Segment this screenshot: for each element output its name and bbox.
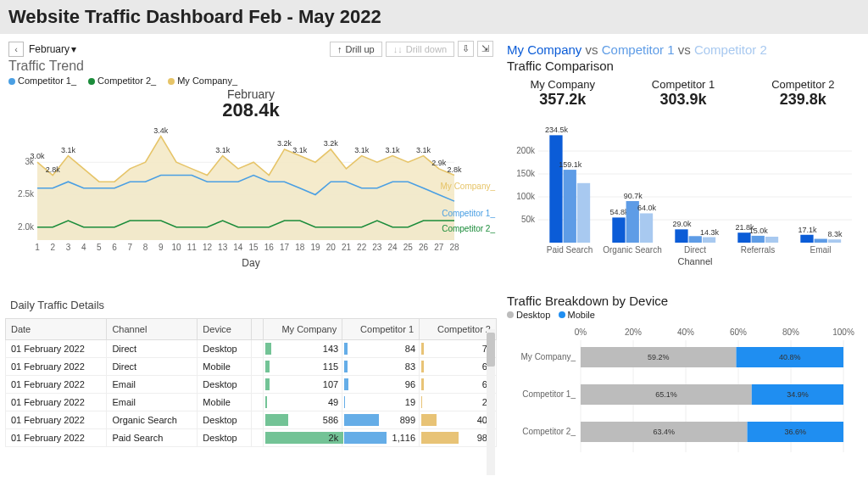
chevron-down-icon: ▾ [71,43,76,55]
trend-legend: Competitor 1_ Competitor 2_ My Company_ [8,76,497,86]
trend-x-label: Day [5,257,497,269]
svg-text:14: 14 [233,243,243,252]
legend-item-mycompany[interactable]: My Company_ [168,76,237,86]
details-col-header[interactable]: Competitor 1 [342,319,420,340]
legend-item-desktop[interactable]: Desktop [507,310,550,320]
trend-title: Traffic Trend [8,59,497,74]
svg-text:29.0k: 29.0k [672,220,692,228]
trend-summary-value: 208.4k [5,99,497,121]
table-row[interactable]: 01 February 2022EmailMobile491923 [6,394,497,411]
svg-text:24: 24 [388,243,398,252]
traffic-comparison-card: My Company vs Competitor 1 vs Competitor… [502,39,863,285]
arrow-down-icon: ↓↓ [393,44,403,54]
svg-text:50k: 50k [521,215,536,224]
focus-drill-button[interactable]: ⇩ [458,41,474,57]
details-col-header[interactable]: Competitor 2 [420,319,497,340]
comparison-chart[interactable]: 50k100k150k200k234.5k159.1kPaid Search54… [502,115,863,268]
svg-rect-76 [752,236,765,243]
svg-text:8.3k: 8.3k [828,230,843,238]
svg-text:Channel: Channel [678,256,713,266]
svg-text:10: 10 [171,243,181,252]
comparison-title: Traffic Comparison [507,59,863,73]
table-scrollbar[interactable] [487,329,495,475]
svg-text:Competitor 1_: Competitor 1_ [522,389,576,399]
month-label: February [29,43,70,55]
comparison-link-my[interactable]: My Company [507,42,581,57]
table-row[interactable]: 01 February 2022Organic SearchDesktop586… [6,411,497,429]
drill-down-button[interactable]: ↓↓ Drill down [386,42,454,57]
svg-text:36.6%: 36.6% [785,428,807,436]
svg-text:65.1%: 65.1% [655,390,677,399]
table-row[interactable]: 01 February 2022Paid SearchDesktop2k1,11… [6,429,497,447]
svg-rect-78 [765,237,778,243]
svg-rect-80 [800,235,813,243]
drill-up-label: Drill up [345,44,374,54]
legend-item-competitor2[interactable]: Competitor 2_ [88,76,156,86]
svg-rect-59 [577,183,590,243]
trend-chart[interactable]: 2.0k2.5k3k123456789101112131415161718192… [5,121,497,257]
svg-rect-55 [549,135,562,243]
comparison-link-c1[interactable]: Competitor 1 [602,42,675,57]
svg-text:100%: 100% [832,327,854,337]
svg-text:4: 4 [81,243,86,252]
legend-item-mobile[interactable]: Mobile [559,310,595,320]
svg-text:9: 9 [159,243,164,252]
svg-rect-57 [564,170,576,243]
svg-text:159.1k: 159.1k [559,160,582,169]
scrollbar-thumb[interactable] [487,333,495,367]
svg-text:My Company_: My Company_ [521,352,576,361]
svg-text:60%: 60% [730,327,747,337]
device-breakdown-card: Traffic Breakdown by Device Desktop Mobi… [502,290,863,482]
legend-item-competitor1[interactable]: Competitor 1_ [8,76,76,86]
comparison-link-c2[interactable]: Competitor 2 [694,42,767,57]
svg-text:22: 22 [357,243,367,252]
svg-text:2: 2 [50,243,55,252]
svg-text:2.9k: 2.9k [431,159,447,167]
arrow-up-icon: ↑ [337,44,342,54]
series-end-label-c2: Competitor 2_ [442,224,495,233]
svg-text:23: 23 [372,243,382,252]
daily-details-card: Daily Traffic Details DateChannelDeviceM… [5,290,497,482]
svg-text:3.1k: 3.1k [292,146,308,154]
svg-text:54.8k: 54.8k [609,208,629,216]
svg-text:Paid Search: Paid Search [547,245,593,255]
svg-text:2.0k: 2.0k [18,222,35,232]
svg-rect-82 [815,239,827,243]
month-nav: ‹ February ▾ [8,42,80,57]
svg-text:3.1k: 3.1k [61,146,76,154]
svg-text:19: 19 [310,243,320,252]
svg-text:40%: 40% [677,327,694,337]
details-col-header[interactable]: Date [6,319,107,340]
details-col-header[interactable]: Device [198,319,252,340]
svg-rect-83 [828,239,841,243]
details-col-header[interactable] [252,319,264,340]
svg-text:2.8k: 2.8k [46,165,61,174]
series-end-label-my: My Company_ [441,182,495,191]
device-title: Traffic Breakdown by Device [507,294,863,308]
svg-rect-71 [703,238,715,243]
comparison-summary: My Company357.2k Competitor 1303.9k Comp… [502,78,863,109]
svg-text:34.9%: 34.9% [787,390,809,399]
svg-text:3.2k: 3.2k [324,139,339,148]
svg-text:200k: 200k [516,146,536,155]
table-row[interactable]: 01 February 2022EmailDesktop1079660 [6,376,497,394]
comparison-links: My Company vs Competitor 1 vs Competitor… [507,42,863,57]
traffic-trend-card: ‹ February ▾ ↑ Drill up ↓↓ Drill down ⇩ [5,39,497,285]
device-chart[interactable]: 0%20%40%60%80%100%59.2%40.8%My Company_6… [502,323,863,476]
drill-up-button[interactable]: ↑ Drill up [330,42,382,57]
expand-drill-button[interactable]: ⇲ [477,41,493,57]
table-row[interactable]: 01 February 2022DirectDesktop1438472 [6,340,497,358]
table-row[interactable]: 01 February 2022DirectMobile1158362 [6,358,497,376]
svg-text:15: 15 [249,243,259,252]
svg-text:234.5k: 234.5k [545,126,569,134]
svg-text:Referrals: Referrals [741,245,776,255]
details-col-header[interactable]: Channel [107,319,198,340]
svg-text:6: 6 [112,243,117,252]
svg-text:2.8k: 2.8k [447,165,462,174]
page-title: Website Traffic Dashboard Feb - May 2022 [8,6,381,28]
month-picker[interactable]: February ▾ [25,43,80,55]
svg-text:64.0k: 64.0k [637,204,657,212]
details-title: Daily Traffic Details [10,299,497,311]
prev-month-button[interactable]: ‹ [8,42,24,57]
details-col-header[interactable]: My Company [264,319,342,340]
